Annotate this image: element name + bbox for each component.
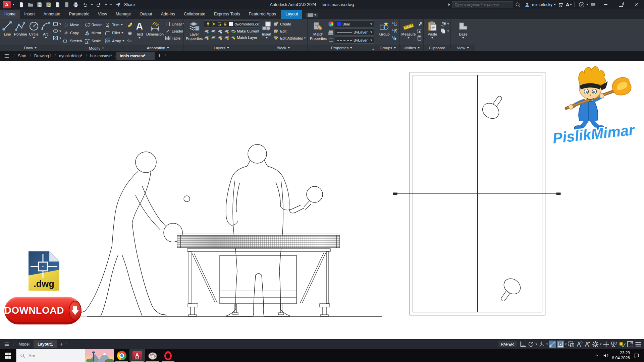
volume-icon[interactable]	[603, 353, 609, 359]
text-button[interactable]: A Text	[134, 20, 145, 39]
web-mobile-icon[interactable]	[64, 2, 70, 8]
paper-space-toggle[interactable]: PAPER	[498, 341, 517, 347]
calculator-icon[interactable]	[417, 35, 422, 41]
tab-insert[interactable]: Insert	[20, 10, 39, 19]
layout1-tab[interactable]: Layout1	[34, 340, 57, 348]
help-icon[interactable]: ?	[579, 2, 585, 8]
user-caret-icon[interactable]	[554, 4, 556, 5]
make-current-button[interactable]: Make Current	[231, 29, 259, 34]
measure-button[interactable]: Measure	[402, 20, 415, 39]
fillet-button[interactable]: Fillet	[105, 30, 124, 36]
object-snap-icon[interactable]	[557, 341, 564, 348]
panel-label-block[interactable]: Block	[259, 45, 307, 51]
file-tab-tenis-masasi[interactable]: tenis masası*	[116, 52, 155, 60]
linear-button[interactable]: Linear	[165, 21, 186, 27]
panel-label-groups[interactable]: Groups	[376, 45, 399, 51]
save-as-icon[interactable]	[46, 2, 52, 8]
panel-label-properties[interactable]: Properties	[308, 45, 376, 51]
open-file-icon[interactable]	[28, 2, 34, 8]
create-block-button[interactable]: Create	[273, 21, 306, 27]
download-button[interactable]: DOWNLOAD	[4, 297, 82, 324]
file-tab-drawing1[interactable]: Drawing1	[31, 52, 55, 60]
taskbar-paint-icon[interactable]	[145, 349, 160, 362]
linetype-dropdown[interactable]: ByLayer	[335, 37, 374, 44]
copy-clip-button[interactable]	[440, 28, 449, 34]
help-caret-icon[interactable]	[586, 4, 588, 5]
share-label[interactable]: Share	[124, 2, 135, 7]
panel-label-draw[interactable]: Draw	[0, 45, 61, 51]
array-button[interactable]: Array	[105, 38, 124, 44]
ellipse-tool-button[interactable]	[53, 28, 61, 34]
search-expand-icon[interactable]	[448, 3, 450, 6]
circle-button[interactable]: Circle	[29, 20, 39, 39]
layer-properties-button[interactable]: Layer Properties	[186, 20, 203, 41]
insert-block-button[interactable]: Insert	[261, 20, 272, 39]
plot-icon[interactable]	[55, 2, 61, 8]
annotation-scale-icon[interactable]	[619, 341, 626, 348]
move-button[interactable]: Move	[63, 22, 82, 28]
store-cart-icon[interactable]	[557, 2, 564, 8]
ribbon-display-toggle[interactable]	[306, 13, 318, 17]
layer-unlock-icon[interactable]	[224, 35, 229, 40]
customization-icon[interactable]	[602, 341, 610, 348]
tab-collaborate[interactable]: Collaborate	[179, 10, 210, 19]
drawing-canvas[interactable]: PislikMimar .dwg DOWNLOAD	[0, 61, 644, 339]
edit-block-button[interactable]: Edit	[273, 28, 306, 34]
qat-customize-caret-icon[interactable]	[110, 4, 112, 5]
layer-thaw-all-icon[interactable]	[217, 35, 223, 40]
quick-properties-icon[interactable]	[610, 341, 618, 348]
object-snap-tracking-icon[interactable]	[549, 341, 556, 348]
start-button[interactable]	[0, 349, 16, 362]
arc-button[interactable]: Arc	[41, 20, 51, 39]
isometric-drafting-icon[interactable]	[538, 341, 545, 348]
tab-featured-apps[interactable]: Featured Apps	[245, 10, 280, 19]
taskbar-clock[interactable]: 23:29 8.04.2026	[612, 351, 630, 361]
layer-on-tool-icon[interactable]	[204, 35, 209, 40]
tab-output[interactable]: Output	[135, 10, 157, 19]
scale-button[interactable]: Scale	[85, 38, 102, 44]
new-tab-button[interactable]: +	[158, 53, 162, 60]
autocad-app-icon[interactable]: A	[3, 1, 11, 8]
username-label[interactable]: mimarlucky	[532, 2, 552, 7]
layer-off-icon[interactable]	[204, 28, 209, 34]
share-icon[interactable]	[115, 2, 121, 8]
layer-freeze-icon[interactable]	[217, 28, 223, 34]
redo-icon[interactable]	[96, 2, 102, 8]
tab-view[interactable]: View	[94, 10, 111, 19]
selection-cycling-icon[interactable]	[568, 341, 575, 348]
undo-caret-icon[interactable]	[91, 4, 93, 5]
new-layout-button[interactable]: +	[60, 341, 63, 347]
file-tab-aynali-dolap[interactable]: aynalı dolap*	[56, 52, 86, 60]
copy-button[interactable]: Copy	[63, 30, 82, 36]
tab-manage[interactable]: Manage	[111, 10, 135, 19]
help-search-input[interactable]	[452, 1, 513, 8]
save-icon[interactable]	[37, 2, 43, 8]
grid-display-icon[interactable]	[519, 341, 527, 348]
close-button[interactable]	[629, 0, 644, 9]
line-button[interactable]: Line	[2, 20, 13, 37]
leader-button[interactable]: Leader	[165, 28, 186, 34]
hatch-tool-button[interactable]	[53, 35, 61, 41]
polyline-button[interactable]: Polyline	[14, 20, 27, 37]
file-tab-start[interactable]: Start	[14, 52, 30, 60]
base-button[interactable]: Base	[455, 20, 471, 39]
panel-label-layers[interactable]: Layers	[184, 45, 259, 51]
taskbar-opera-icon[interactable]	[160, 349, 176, 362]
match-properties-button[interactable]: Match Properties	[310, 20, 327, 41]
mirror-button[interactable]: Mirror	[85, 30, 102, 36]
layer-isolate-icon[interactable]	[211, 28, 216, 34]
layer-lock-tool-icon[interactable]	[224, 28, 229, 34]
file-tabs-menu-icon[interactable]	[3, 53, 10, 59]
properties-dialog-launcher-icon[interactable]	[371, 47, 375, 50]
polar-tracking-icon[interactable]	[527, 341, 535, 348]
annotation-visibility-icon[interactable]	[576, 341, 583, 348]
close-tab-icon[interactable]	[148, 54, 151, 58]
trim-button[interactable]: Trim	[105, 22, 124, 28]
layer-dropdown[interactable]: dwgmodels.com	[204, 20, 268, 27]
group-button[interactable]: Group	[378, 20, 391, 37]
paste-button[interactable]: Paste	[426, 20, 439, 39]
clean-screen-icon[interactable]	[627, 341, 634, 348]
autodesk-a-icon[interactable]: A	[566, 2, 569, 7]
model-tab[interactable]: Model	[14, 340, 34, 348]
print-icon[interactable]	[73, 2, 79, 8]
